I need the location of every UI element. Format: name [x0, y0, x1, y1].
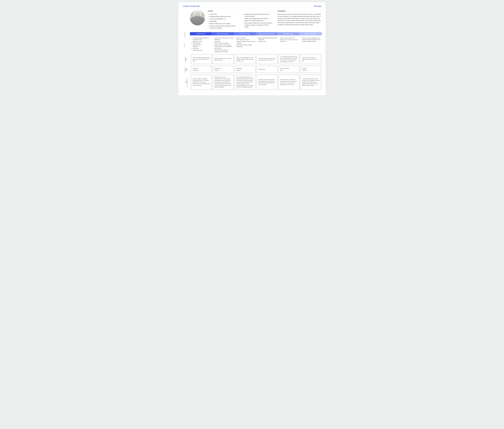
opportunity-box: Provide a quick, but engaging onboarding… [191, 75, 212, 89]
persona-col-a: STEVE 23 years oldManager @ Blue Lagoon … [208, 10, 238, 29]
opportunity-box: The experience of receiving an invite ne… [279, 75, 299, 89]
persona-bullet: Would like an app that takes both form a… [244, 13, 273, 17]
task-item: Taps Save Trip [258, 41, 277, 42]
persona-bullet: Lives in Santa Barbara, CA [210, 18, 238, 20]
thinking-box: "Wow, I can actually factor in other var… [235, 54, 256, 64]
task-item: Chooses to receive notification once the… [302, 37, 321, 42]
opportunity-box: If a trip gets derailed due to bad weath… [300, 75, 321, 89]
task-item: Selects Optimal Trip that suites all the… [258, 37, 277, 41]
tasks-cell: Launches the Apple App Store or Google P… [191, 37, 212, 53]
thinking-row: THINKING "Everyone keeps talking about t… [183, 54, 321, 64]
persona-bullets-a: 23 years oldManager @ Blue Lagoon Bar & … [208, 13, 238, 29]
task-item: Reads Charts, Flight & Lodging Comparisi… [236, 44, 256, 47]
phases-row-header: PHASES [183, 32, 190, 36]
phase-label: Search for Locations [217, 33, 228, 35]
thinking-row-header: THINKING [183, 54, 190, 64]
phases-label: PHASES [184, 32, 185, 37]
scenario-body: Steve has some left over sick days from … [278, 13, 321, 26]
feeling-row-header: FEELING [183, 66, 190, 73]
opportunity-box: Planning a trip can be overwhelming, it … [213, 75, 234, 89]
feeling-item: Surprise [236, 69, 254, 71]
feeling-item: Second Guessing [280, 68, 297, 69]
feeling-item: Thankful [302, 68, 319, 69]
thinking-box: "Well, this seems easy. I can plan a tri… [213, 54, 234, 64]
phases-row: PHASES Download VELASearch for Locations… [183, 32, 321, 36]
tasks-cell: Selects "Create a Share Link"Sends Link … [279, 37, 299, 53]
tasks-row: TASKS Launches the Apple App Store or Go… [183, 37, 321, 53]
opportunity-box: Should the app have a section for all tr… [257, 75, 277, 89]
feeling-item: Curiosity [215, 69, 232, 71]
thinking-box: "I'm probably just going to tell them ab… [279, 54, 299, 64]
tasks-cell: Selects Optimal Trip that suites all the… [257, 37, 277, 53]
task-item: Selects "Show me top 5 locations within … [215, 44, 234, 49]
persona-columns: STEVE 23 years oldManager @ Blue Lagoon … [208, 10, 321, 29]
task-item: Reads Reviews [193, 42, 212, 44]
phase-bar: Download VELASearch for LocationsCompare… [190, 32, 321, 35]
feeling-item: Anticipation [193, 69, 210, 71]
feeling-box: ExcitementAnticipation [191, 66, 212, 73]
persona-block: STEVE 23 years oldManager @ Blue Lagoon … [190, 10, 321, 29]
phase-label: Compare Forcasts [239, 33, 250, 35]
phase-chevron: Search for Locations [212, 32, 234, 35]
phase-label: Send Out Invites [284, 33, 293, 35]
feeling-box: Effortlessness [257, 66, 277, 73]
feeling-item: Anticipation [236, 68, 254, 69]
persona-scenario: SCENARIO Steve has some left over sick d… [278, 10, 321, 29]
thinking-box: "Everyone keeps talking about this app. … [191, 54, 212, 64]
persona-bullet: Surfing is a grounding force that helps … [210, 25, 238, 29]
feeling-row: FEELING ExcitementAnticipationAnxiousnes… [183, 66, 321, 73]
persona-bullet: Steve doesn't travel much, but when he d… [244, 22, 273, 28]
phase-chevron: Download VELA [190, 32, 212, 35]
task-item: Select "Plan a Trip" button on the user … [215, 37, 234, 41]
thinking-label: THINKING [185, 57, 186, 62]
page-title: Customer Journey Map [183, 5, 200, 7]
feeling-item: Anxiousness [215, 68, 232, 69]
persona-avatar [190, 10, 205, 25]
feeling-item: Excitment [302, 69, 319, 71]
tasks-cell: Chooses to receive notification once the… [300, 37, 321, 53]
phase-chevron: Recieve Notifications [299, 32, 321, 35]
task-item: Taps filter icon and enters in parameter… [215, 49, 234, 53]
task-item: Selects "Create a Share Link" [280, 37, 299, 39]
tasks-row-header: TASKS [183, 37, 190, 53]
persona-col-b: Would like an app that takes both form a… [243, 10, 273, 29]
thinking-box: "Yes, this could be helpful. I definitel… [300, 54, 321, 64]
phase-chevron: Send Out Invites [277, 32, 299, 35]
scenario-heading: SCENARIO [278, 10, 321, 12]
phase-chevron: Select and Save Destination [256, 32, 277, 35]
task-item: Sends Link to contact (not a current VEL… [280, 39, 299, 42]
persona-bullet: Manager @ Blue Lagoon Bar & Grill [210, 16, 238, 18]
app-title: VELA App [314, 5, 321, 7]
persona-bullet: 23 years old [210, 13, 238, 15]
journey-map-page: Customer Journey Map VELA App STEVE 23 y… [178, 2, 326, 95]
task-item: Launches the Apple App Store or Google P… [193, 37, 212, 41]
phase-chevron: Compare Forcasts [234, 32, 256, 35]
task-item: Taps "Open" [193, 48, 212, 49]
persona-bullet: Needs a surfing app that he can read at … [244, 18, 273, 22]
feeling-item: Doubt [280, 69, 297, 71]
task-item: Taps "Download" [193, 44, 212, 46]
phase-label: Select and Save Destination [259, 33, 274, 35]
opportunities-row: OPPORTUNITIES Provide a quick, but engag… [183, 75, 321, 89]
task-item: Creates an Account [193, 49, 212, 51]
task-item: Verifies ID [193, 46, 212, 48]
tasks-label: TASKS [184, 44, 185, 47]
feeling-label: FEELING [184, 67, 185, 72]
feeling-box: ThankfulExcitment [300, 66, 321, 73]
persona-bullet: Makes life decisions around surfing [210, 23, 238, 25]
task-item: Chooses "Compare Travel Cost & Surf Cond… [236, 41, 256, 44]
phase-label: Recieve Notifications [304, 33, 316, 35]
tasks-cell: Selects 2 locations.Taps "Compare Locati… [235, 37, 256, 53]
tasks-cell: Select "Plan a Trip" button on the user … [213, 37, 234, 53]
task-item: Searches for VELA [193, 41, 212, 42]
task-item: Names Trip [215, 41, 234, 42]
feeling-box: AnticipationSurprise [235, 66, 256, 73]
feeling-item: Effortlessness [258, 69, 276, 70]
task-item: Enters in the trip's timeframe [215, 42, 234, 44]
feeling-box: AnxiousnessCuriosity [213, 66, 234, 73]
opportunity-box: Link up with Airbnb database for the lod… [235, 75, 256, 89]
persona-name: STEVE [208, 10, 238, 12]
feeling-item: Excitement [193, 68, 210, 69]
header-row: Customer Journey Map VELA App [183, 5, 321, 8]
task-item: Selects 2 locations. [236, 37, 256, 39]
